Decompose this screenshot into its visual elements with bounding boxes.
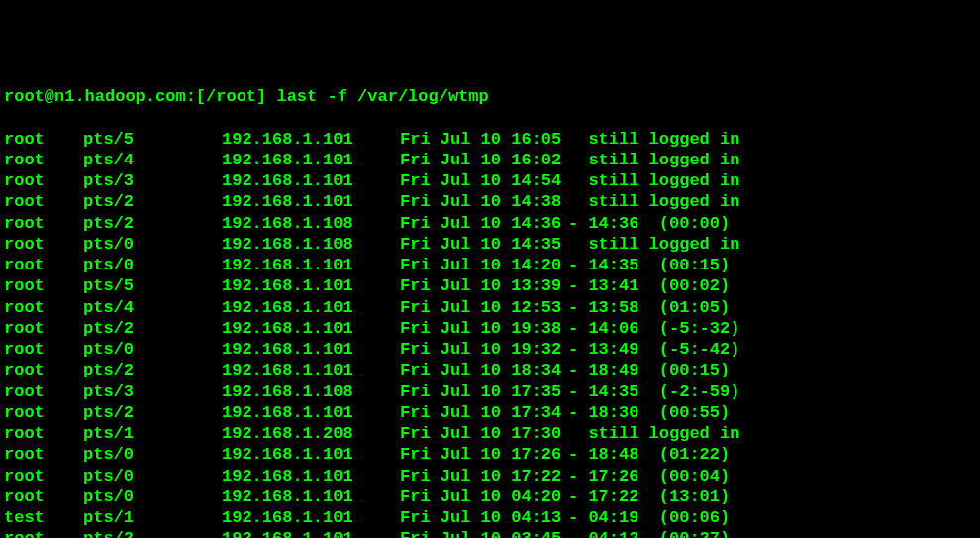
col-date: Fri Jul 10 04:20 <box>400 486 568 507</box>
col-ip: 192.168.1.101 <box>222 528 400 538</box>
output-row: rootpts/4192.168.1.101Fri Jul 10 12:53- … <box>4 297 976 318</box>
col-rest: - 04:19 (00:06) <box>568 507 730 528</box>
col-user: root <box>4 150 83 170</box>
col-tty: pts/5 <box>83 129 222 150</box>
output-row: rootpts/2192.168.1.101Fri Jul 10 14:38 s… <box>4 191 976 212</box>
prompt-userhost: root@n1.hadoop.com <box>4 87 186 106</box>
col-tty: pts/0 <box>83 444 222 465</box>
col-rest: still logged in <box>568 170 739 191</box>
output-row: rootpts/5192.168.1.101Fri Jul 10 16:05 s… <box>4 129 976 150</box>
col-ip: 192.168.1.101 <box>222 129 400 150</box>
col-user: root <box>4 191 83 212</box>
col-date: Fri Jul 10 19:32 <box>400 339 568 360</box>
col-rest: - 14:35 (00:15) <box>568 255 730 275</box>
output-row: rootpts/0192.168.1.101Fri Jul 10 04:20- … <box>4 486 976 507</box>
col-user: root <box>4 444 83 465</box>
col-user: root <box>4 339 83 360</box>
output-row: rootpts/3192.168.1.108Fri Jul 10 17:35- … <box>4 381 976 402</box>
col-tty: pts/4 <box>83 150 222 170</box>
col-user: root <box>4 360 83 380</box>
output-row: rootpts/2192.168.1.108Fri Jul 10 14:36- … <box>4 213 976 234</box>
col-user: root <box>4 466 83 486</box>
col-user: root <box>4 486 83 507</box>
col-ip: 192.168.1.101 <box>222 444 400 465</box>
col-user: root <box>4 213 83 234</box>
col-tty: pts/5 <box>83 275 222 296</box>
col-ip: 192.168.1.101 <box>222 486 400 507</box>
col-rest: - 17:22 (13:01) <box>568 486 730 507</box>
col-rest: - 13:49 (-5:-42) <box>568 339 739 360</box>
col-ip: 192.168.1.101 <box>222 255 400 275</box>
output-row: rootpts/1192.168.1.208Fri Jul 10 17:30 s… <box>4 423 976 444</box>
col-date: Fri Jul 10 17:34 <box>400 402 568 423</box>
col-tty: pts/2 <box>83 318 222 339</box>
prompt-line[interactable]: root@n1.hadoop.com:[/root] last -f /var/… <box>4 86 976 107</box>
col-date: Fri Jul 10 14:38 <box>400 191 568 212</box>
col-rest: - 13:58 (01:05) <box>568 297 730 318</box>
col-ip: 192.168.1.101 <box>222 150 400 170</box>
col-ip: 192.168.1.208 <box>222 423 400 444</box>
output-row: rootpts/5192.168.1.101Fri Jul 10 13:39- … <box>4 275 976 296</box>
col-user: root <box>4 381 83 402</box>
output-row: rootpts/2192.168.1.101Fri Jul 10 03:45- … <box>4 528 976 538</box>
terminal-output: rootpts/5192.168.1.101Fri Jul 10 16:05 s… <box>4 129 976 539</box>
col-tty: pts/0 <box>83 339 222 360</box>
output-row: rootpts/0192.168.1.108Fri Jul 10 14:35 s… <box>4 234 976 255</box>
col-date: Fri Jul 10 14:20 <box>400 255 568 275</box>
output-row: rootpts/2192.168.1.101Fri Jul 10 19:38- … <box>4 318 976 339</box>
col-date: Fri Jul 10 17:35 <box>400 381 568 402</box>
col-rest: - 18:48 (01:22) <box>568 444 730 465</box>
col-user: root <box>4 423 83 444</box>
col-rest: - 04:12 (00:27) <box>568 528 730 538</box>
col-date: Fri Jul 10 14:54 <box>400 170 568 191</box>
col-rest: - 13:41 (00:02) <box>568 275 730 296</box>
col-ip: 192.168.1.101 <box>222 318 400 339</box>
col-date: Fri Jul 10 18:34 <box>400 360 568 380</box>
col-tty: pts/3 <box>83 170 222 191</box>
col-ip: 192.168.1.101 <box>222 297 400 318</box>
col-ip: 192.168.1.101 <box>222 339 400 360</box>
prompt-command: last -f /var/log/wtmp <box>276 87 488 106</box>
col-rest: - 14:06 (-5:-32) <box>568 318 739 339</box>
col-rest: still logged in <box>568 150 739 170</box>
output-row: rootpts/0192.168.1.101Fri Jul 10 17:22- … <box>4 466 976 486</box>
col-user: root <box>4 129 83 150</box>
col-tty: pts/2 <box>83 528 222 538</box>
col-date: Fri Jul 10 17:30 <box>400 423 568 444</box>
col-rest: still logged in <box>568 423 739 444</box>
col-tty: pts/0 <box>83 486 222 507</box>
col-tty: pts/4 <box>83 297 222 318</box>
col-rest: - 14:36 (00:00) <box>568 213 730 234</box>
col-date: Fri Jul 10 16:02 <box>400 150 568 170</box>
col-tty: pts/2 <box>83 360 222 380</box>
col-date: Fri Jul 10 17:22 <box>400 466 568 486</box>
output-row: rootpts/0192.168.1.101Fri Jul 10 14:20- … <box>4 255 976 275</box>
col-user: root <box>4 297 83 318</box>
col-user: root <box>4 170 83 191</box>
col-date: Fri Jul 10 17:26 <box>400 444 568 465</box>
col-ip: 192.168.1.108 <box>222 213 400 234</box>
col-user: root <box>4 402 83 423</box>
output-row: rootpts/0192.168.1.101Fri Jul 10 17:26- … <box>4 444 976 465</box>
col-user: root <box>4 528 83 538</box>
col-rest: still logged in <box>568 234 739 255</box>
output-row: rootpts/4192.168.1.101Fri Jul 10 16:02 s… <box>4 150 976 170</box>
col-tty: pts/0 <box>83 234 222 255</box>
col-ip: 192.168.1.108 <box>222 234 400 255</box>
col-ip: 192.168.1.101 <box>222 170 400 191</box>
col-date: Fri Jul 10 12:53 <box>400 297 568 318</box>
output-row: rootpts/2192.168.1.101Fri Jul 10 17:34- … <box>4 402 976 423</box>
col-ip: 192.168.1.101 <box>222 275 400 296</box>
col-rest: - 17:26 (00:04) <box>568 466 730 486</box>
col-date: Fri Jul 10 16:05 <box>400 129 568 150</box>
col-date: Fri Jul 10 19:38 <box>400 318 568 339</box>
output-row: testpts/1192.168.1.101Fri Jul 10 04:13- … <box>4 507 976 528</box>
col-tty: pts/2 <box>83 402 222 423</box>
col-date: Fri Jul 10 14:36 <box>400 213 568 234</box>
output-row: rootpts/2192.168.1.101Fri Jul 10 18:34- … <box>4 360 976 380</box>
col-date: Fri Jul 10 04:13 <box>400 507 568 528</box>
output-row: rootpts/3192.168.1.101Fri Jul 10 14:54 s… <box>4 170 976 191</box>
col-ip: 192.168.1.101 <box>222 507 400 528</box>
col-ip: 192.168.1.101 <box>222 402 400 423</box>
prompt-path: [/root] <box>196 87 266 106</box>
